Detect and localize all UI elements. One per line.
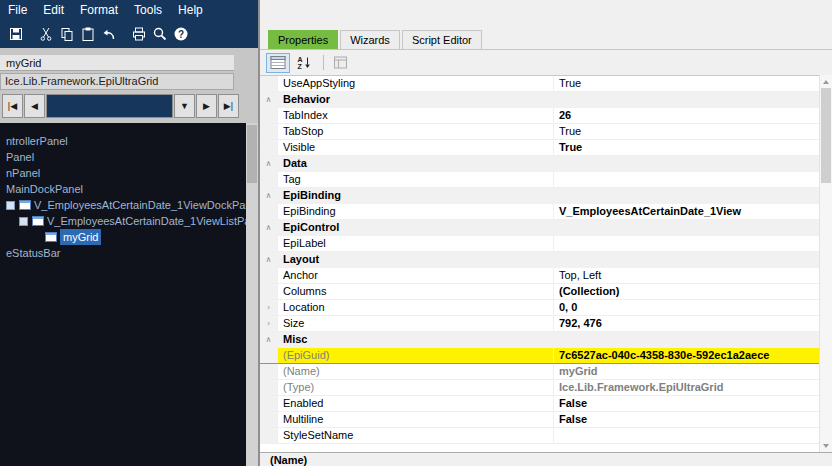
tree-expander-icon[interactable] [19,217,28,226]
expand-chevron-icon[interactable]: › [260,300,278,315]
scrollbar-thumb[interactable] [821,88,831,183]
row-gutter [260,124,278,139]
tree-item-Panel[interactable]: Panel [0,149,246,165]
property-row-EpiLabel[interactable]: EpiLabel [260,236,819,252]
property-value[interactable]: True [554,124,819,139]
property-row-(Type)[interactable]: (Type)Ice.Lib.Framework.EpiUltraGrid [260,380,819,396]
categorized-icon[interactable] [266,53,290,73]
category-row-Layout[interactable]: ∧Layout [260,252,819,268]
property-name: Location [278,300,554,315]
property-value[interactable]: 26 [554,108,819,123]
tab-wizards[interactable]: Wizards [340,30,400,49]
property-value[interactable]: Top, Left [554,268,819,283]
property-row-TabStop[interactable]: TabStopTrue [260,124,819,140]
category-row-EpiBinding[interactable]: ∧EpiBinding [260,188,819,204]
object-selector[interactable]: myGrid [0,55,234,71]
expand-chevron-icon[interactable]: › [260,316,278,331]
menu-item-edit[interactable]: Edit [35,1,72,19]
property-row-Anchor[interactable]: AnchorTop, Left [260,268,819,284]
property-value[interactable]: myGrid [554,364,819,379]
next-record-button[interactable]: ▶ [196,94,217,118]
toolbar-separator [323,55,324,70]
category-row-EpiControl[interactable]: ∧EpiControl [260,220,819,236]
property-value[interactable]: Ice.Lib.Framework.EpiUltraGrid [554,380,819,395]
tree-item-myGrid[interactable]: myGrid [0,229,246,245]
property-value[interactable] [554,428,819,443]
menu-item-format[interactable]: Format [72,1,126,19]
tree-item-label: nPanel [6,165,40,181]
property-value[interactable]: 7c6527ac-040c-4358-830e-592ec1a2aece [554,348,819,363]
tree-item-ntrollerPanel[interactable]: ntrollerPanel [0,133,246,149]
navigator-dropdown-button[interactable]: ▼ [174,94,195,118]
property-value[interactable] [554,236,819,251]
scroll-down-arrow[interactable] [820,439,832,452]
save-icon[interactable] [5,24,26,45]
menu-item-file[interactable]: File [0,1,35,19]
property-row-Location[interactable]: ›Location0, 0 [260,300,819,316]
property-value[interactable]: False [554,396,819,411]
property-value[interactable]: True [554,140,819,155]
category-label: EpiControl [278,220,819,235]
svg-text:A: A [298,56,303,63]
category-row-Data[interactable]: ∧Data [260,156,819,172]
property-row-Visible[interactable]: VisibleTrue [260,140,819,156]
property-row-StyleSetName[interactable]: StyleSetName [260,428,819,444]
property-value[interactable]: 792, 476 [554,316,819,331]
scroll-up-arrow[interactable] [820,75,832,88]
tab-script-editor[interactable]: Script Editor [402,30,482,49]
last-record-button[interactable]: ▶| [218,94,239,118]
category-collapse-icon[interactable]: ∧ [260,92,278,107]
tree-scrollbar-thumb[interactable] [247,125,257,183]
row-gutter [260,140,278,155]
print-icon[interactable] [128,24,149,45]
category-collapse-icon[interactable]: ∧ [260,156,278,171]
tree-item-V_EmployeesAtCertainDate_1ViewListPa[interactable]: V_EmployeesAtCertainDate_1ViewListPa [0,213,246,229]
tree-item-V_EmployeesAtCertainDate_1ViewDockPanel[interactable]: V_EmployeesAtCertainDate_1ViewDockPanel [0,197,246,213]
help-icon[interactable]: ? [170,24,191,45]
property-row-Tag[interactable]: Tag [260,172,819,188]
property-row-TabIndex[interactable]: TabIndex26 [260,108,819,124]
property-value[interactable]: True [554,76,819,91]
category-label: Data [278,156,819,171]
zoom-icon[interactable] [149,24,170,45]
category-collapse-icon[interactable]: ∧ [260,188,278,203]
property-grid-scrollbar[interactable] [819,75,832,452]
tree-item-MainDockPanel[interactable]: MainDockPanel [0,181,246,197]
paste-icon[interactable] [77,24,98,45]
copy-icon[interactable] [56,24,77,45]
category-collapse-icon[interactable]: ∧ [260,220,278,235]
tree-scrollbar[interactable] [246,123,258,466]
category-row-Misc[interactable]: ∧Misc [260,332,819,348]
property-row-Columns[interactable]: Columns(Collection) [260,284,819,300]
category-row-Behavior[interactable]: ∧Behavior [260,92,819,108]
undo-icon[interactable] [98,24,119,45]
svg-text:?: ? [177,29,183,40]
property-row-(Name)[interactable]: (Name)myGrid [260,364,819,380]
tree-item-nPanel[interactable]: nPanel [0,165,246,181]
alphabetical-sort-icon[interactable]: AZ [292,53,316,73]
property-name: Anchor [278,268,554,283]
property-value[interactable]: V_EmployeesAtCertainDate_1View [554,204,819,219]
property-row-EpiBinding[interactable]: EpiBindingV_EmployeesAtCertainDate_1View [260,204,819,220]
property-value[interactable]: False [554,412,819,427]
menu-item-tools[interactable]: Tools [126,1,170,19]
property-row-UseAppStyling[interactable]: UseAppStylingTrue [260,76,819,92]
category-collapse-icon[interactable]: ∧ [260,332,278,347]
property-row-Enabled[interactable]: EnabledFalse [260,396,819,412]
menu-item-help[interactable]: Help [170,1,211,19]
first-record-button[interactable]: |◀ [2,94,23,118]
cut-icon[interactable] [35,24,56,45]
previous-record-button[interactable]: ◀ [24,94,45,118]
property-value[interactable] [554,172,819,187]
row-gutter [260,428,278,443]
property-row-Size[interactable]: ›Size792, 476 [260,316,819,332]
row-gutter [260,380,278,395]
property-value[interactable]: (Collection) [554,284,819,299]
property-row-(EpiGuid)[interactable]: (EpiGuid)7c6527ac-040c-4358-830e-592ec1a… [260,348,819,364]
tree-item-eStatusBar[interactable]: eStatusBar [0,245,246,261]
category-collapse-icon[interactable]: ∧ [260,252,278,267]
tree-expander-icon[interactable] [6,201,15,210]
tab-properties[interactable]: Properties [268,30,338,49]
property-value[interactable]: 0, 0 [554,300,819,315]
property-row-Multiline[interactable]: MultilineFalse [260,412,819,428]
